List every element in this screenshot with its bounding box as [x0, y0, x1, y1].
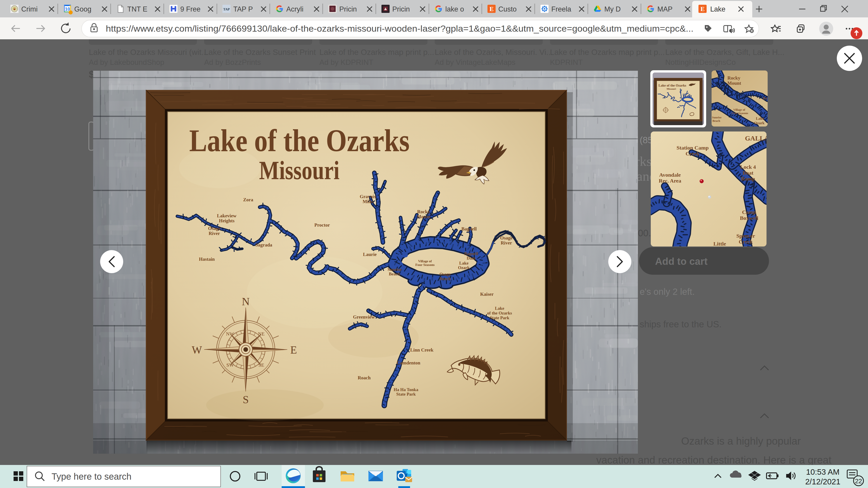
- svg-text:Ramp: Ramp: [741, 176, 755, 182]
- svg-text:Rocky: Rocky: [417, 209, 430, 215]
- svg-text:9 Free: 9 Free: [180, 5, 201, 13]
- svg-text:Ad by KDPRINT: Ad by KDPRINT: [319, 58, 373, 66]
- svg-text:Lake: Lake: [710, 5, 725, 13]
- svg-text:ships free to the US.: ships free to the US.: [640, 319, 721, 329]
- svg-text:Ad by BozzPrints: Ad by BozzPrints: [204, 58, 261, 66]
- svg-text:Lake of the Ozarks map print p: Lake of the Ozarks map print p...: [550, 48, 665, 57]
- svg-text:State Park: State Park: [490, 315, 509, 320]
- svg-text:Lakeview: Lakeview: [217, 213, 237, 219]
- svg-text:Lake: Lake: [459, 261, 468, 265]
- svg-text:Spencer: Spencer: [737, 233, 755, 239]
- svg-text:SW: SW: [226, 362, 234, 368]
- svg-text:Greenview: Greenview: [353, 314, 375, 320]
- svg-text:Bagnell: Bagnell: [461, 226, 477, 232]
- svg-text:Heights: Heights: [219, 218, 235, 223]
- svg-text:Crimi: Crimi: [21, 5, 37, 13]
- svg-text:E: E: [290, 344, 297, 356]
- svg-text:Village of: Village of: [418, 259, 432, 263]
- svg-text:Boxwell: Boxwell: [740, 215, 758, 221]
- svg-text:GALLA: GALLA: [745, 134, 769, 142]
- svg-text:Ozarks is a highly popular: Ozarks is a highly popular: [681, 435, 801, 447]
- svg-text:Ad by VintageLakeMaps: Ad by VintageLakeMaps: [435, 58, 515, 66]
- svg-text:KDPRINT: KDPRINT: [550, 58, 583, 66]
- svg-text:Lake: Lake: [495, 306, 504, 311]
- svg-text:Ha Ha Tonka: Ha Ha Tonka: [394, 387, 418, 392]
- svg-text:Avondale: Avondale: [659, 172, 681, 178]
- svg-text:lake o: lake o: [445, 5, 464, 13]
- svg-text:Type here to search: Type here to search: [52, 471, 131, 482]
- svg-text:e's only 2 left.: e's only 2 left.: [640, 287, 694, 297]
- svg-text:MAP: MAP: [657, 5, 673, 13]
- svg-text:SE: SE: [258, 362, 264, 368]
- svg-text:Lake of the Ozarks Missouri (w: Lake of the Ozarks Missouri (wit...: [89, 48, 208, 57]
- svg-text:Lake: Lake: [756, 116, 764, 121]
- svg-text:NW: NW: [226, 331, 235, 337]
- svg-text:Lake of the Ozarks, Gift, Lake: Lake of the Ozarks, Gift, Lake H...: [665, 48, 784, 57]
- svg-text:W: W: [192, 344, 202, 356]
- svg-text:Pricin: Pricin: [393, 5, 410, 13]
- svg-text:Lake of the Ozarks: Lake of the Ozarks: [189, 123, 410, 158]
- svg-text:Ad by LakeboundShop: Ad by LakeboundShop: [89, 58, 164, 66]
- svg-text:Bagnell: Bagnell: [464, 251, 478, 256]
- svg-text:Pricin: Pricin: [339, 5, 357, 13]
- svg-text:Ozark: Ozark: [458, 265, 470, 270]
- svg-text:E: E: [489, 5, 494, 12]
- svg-text:Goog: Goog: [74, 5, 92, 13]
- svg-text:Lake of the Ozarks: Lake of the Ozarks: [658, 84, 686, 87]
- svg-text:Acryli: Acryli: [286, 5, 304, 13]
- svg-text:Missouri: Missouri: [666, 88, 676, 90]
- svg-text:NottingHillDesignsCo: NottingHillDesignsCo: [665, 58, 736, 66]
- svg-text:Sunrise: Sunrise: [388, 267, 401, 272]
- svg-text:My D: My D: [604, 5, 621, 13]
- svg-text:Station Camp: Station Camp: [677, 145, 709, 151]
- svg-text:N: N: [242, 295, 250, 307]
- svg-text:Creek: Creek: [739, 239, 753, 245]
- svg-text:Proctor: Proctor: [314, 222, 330, 228]
- svg-text:Rec. Area: Rec. Area: [659, 178, 681, 184]
- svg-text:Village of: Village of: [733, 108, 745, 111]
- svg-text:Roach: Roach: [358, 375, 370, 381]
- svg-text:TNT E: TNT E: [127, 5, 147, 13]
- svg-text:Kaiser: Kaiser: [480, 291, 493, 297]
- svg-text:Lock 4: Lock 4: [740, 164, 756, 170]
- svg-text:Mount: Mount: [417, 214, 431, 219]
- svg-text:Add to cart: Add to cart: [655, 256, 708, 267]
- svg-text:S: S: [243, 394, 249, 405]
- svg-text:NE: NE: [258, 331, 265, 337]
- svg-text:Freela: Freela: [551, 5, 571, 13]
- svg-text:Creek: Creek: [686, 151, 700, 157]
- svg-text:of the Ozarks: of the Ozarks: [487, 311, 512, 315]
- svg-text:Osage: Osage: [439, 272, 451, 276]
- svg-text:Four Seasons: Four Seasons: [415, 263, 434, 267]
- svg-text:Zora: Zora: [243, 197, 253, 202]
- svg-text:Camdenton: Camdenton: [397, 360, 420, 365]
- svg-text:Custo: Custo: [498, 5, 517, 13]
- svg-text:00.: 00.: [638, 228, 651, 238]
- svg-text:TAP P: TAP P: [233, 5, 253, 13]
- svg-text:https://www.etsy.com/listing/7: https://www.etsy.com/listing/766699130/l…: [106, 24, 693, 33]
- svg-text:Gravois: Gravois: [360, 194, 376, 199]
- svg-text:E: E: [701, 5, 705, 12]
- svg-text:Four Seasons: Four Seasons: [732, 111, 748, 115]
- svg-text:State Park: State Park: [396, 392, 416, 396]
- svg-text:10:53 AM: 10:53 AM: [806, 467, 839, 476]
- svg-text:Beach: Beach: [439, 276, 451, 281]
- svg-text:22: 22: [855, 478, 862, 485]
- svg-text:Linn Creek: Linn Creek: [410, 347, 434, 353]
- svg-text:Sagrada: Sagrada: [255, 242, 272, 248]
- svg-text:Beach: Beach: [389, 271, 400, 276]
- svg-text:Lake of the Ozarks Sunset Prin: Lake of the Ozarks Sunset Print: [204, 48, 316, 57]
- svg-text:Rocky: Rocky: [727, 75, 741, 80]
- svg-text:Lake of the Ozarks, Missouri.: Lake of the Ozarks, Missouri. Vi...: [435, 48, 553, 57]
- svg-text:10: 10: [65, 6, 70, 11]
- svg-text:Dam: Dam: [467, 256, 475, 260]
- svg-text:Hastain: Hastain: [199, 256, 215, 262]
- svg-text:River: River: [209, 231, 220, 236]
- svg-text:TAP: TAP: [223, 7, 230, 11]
- svg-text:2/12/2021: 2/12/2021: [805, 477, 840, 486]
- svg-text:Sunrise: Sunrise: [712, 116, 721, 119]
- svg-text:River: River: [501, 240, 512, 246]
- svg-text:Mount: Mount: [727, 80, 741, 86]
- svg-text:Missouri: Missouri: [259, 156, 340, 185]
- svg-text:Boat: Boat: [743, 170, 753, 176]
